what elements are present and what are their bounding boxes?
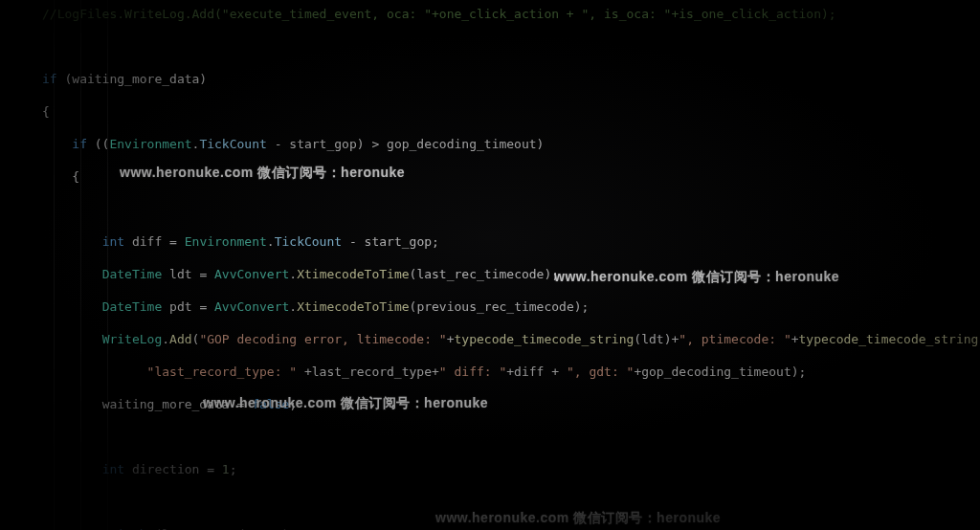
code-line: "last_record_type: " +last_record_type+"… [42,364,980,380]
code-editor-content: //LogFiles.WriteLog.Add("execute_timed_e… [0,0,980,530]
code-line [42,38,980,55]
code-line: if (waiting_more_data) [42,71,980,87]
watermark-text: www.heronuke.com 微信订阅号：heronuke [203,395,488,412]
code-line [42,494,980,510]
code-line: int direction = 1; [42,461,980,477]
code-line [42,429,980,445]
code-line: waiting_more_data = false; [42,396,980,412]
code-line: if ((Environment.TickCount - start_gop) … [42,136,980,152]
code-line: int diff = Environment.TickCount - start… [42,233,980,250]
code-line: { [42,103,980,120]
code-line [42,201,980,217]
code-line: WriteLog.Add("GOP decoding error, ltimec… [42,331,980,347]
code-line: //LogFiles.WriteLog.Add("execute_timed_e… [42,6,980,22]
watermark-text: www.heronuke.com 微信订阅号：heronuke [435,510,721,527]
code-line: DateTime pdt = AvvConvert.XtimecodeToTim… [42,298,980,315]
watermark-text: www.heronuke.com 微信订阅号：heronuke [554,269,839,286]
watermark-text: www.heronuke.com 微信订阅号：heronuke [120,165,405,182]
